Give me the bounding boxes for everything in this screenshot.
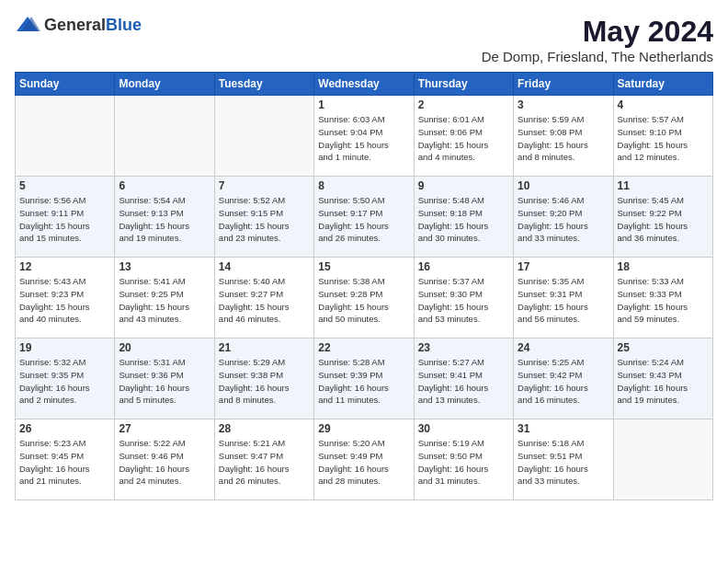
day-number: 19: [19, 341, 110, 354]
day-number: 30: [418, 422, 509, 435]
day-number: 17: [518, 260, 609, 273]
day-number: 18: [618, 260, 709, 273]
calendar-cell: 26Sunrise: 5:23 AMSunset: 9:45 PMDayligh…: [16, 419, 115, 500]
day-info: Sunrise: 5:25 AMSunset: 9:42 PMDaylight:…: [518, 356, 609, 407]
calendar-cell: 28Sunrise: 5:21 AMSunset: 9:47 PMDayligh…: [214, 419, 313, 500]
calendar-cell: 12Sunrise: 5:43 AMSunset: 9:23 PMDayligh…: [16, 258, 115, 339]
day-info: Sunrise: 6:01 AMSunset: 9:06 PMDaylight:…: [418, 113, 509, 164]
calendar-table: SundayMondayTuesdayWednesdayThursdayFrid…: [15, 72, 713, 500]
title-section: May 2024 De Domp, Friesland, The Netherl…: [482, 15, 713, 64]
day-info: Sunrise: 6:03 AMSunset: 9:04 PMDaylight:…: [318, 113, 409, 164]
calendar-cell: 24Sunrise: 5:25 AMSunset: 9:42 PMDayligh…: [514, 339, 613, 419]
day-info: Sunrise: 5:57 AMSunset: 9:10 PMDaylight:…: [618, 113, 709, 164]
day-number: 2: [418, 98, 509, 111]
day-info: Sunrise: 5:22 AMSunset: 9:46 PMDaylight:…: [119, 437, 210, 488]
week-row-5: 26Sunrise: 5:23 AMSunset: 9:45 PMDayligh…: [16, 419, 713, 500]
day-info: Sunrise: 5:38 AMSunset: 9:28 PMDaylight:…: [318, 275, 409, 326]
day-header-friday: Friday: [514, 73, 613, 96]
day-number: 22: [318, 341, 409, 354]
day-info: Sunrise: 5:32 AMSunset: 9:35 PMDaylight:…: [19, 356, 110, 407]
day-number: 21: [219, 341, 310, 354]
day-header-thursday: Thursday: [414, 73, 513, 96]
week-row-3: 12Sunrise: 5:43 AMSunset: 9:23 PMDayligh…: [16, 258, 713, 339]
calendar-cell: 8Sunrise: 5:50 AMSunset: 9:17 PMDaylight…: [314, 177, 414, 258]
header: GeneralBlue May 2024 De Domp, Friesland,…: [15, 15, 713, 64]
day-header-sunday: Sunday: [16, 73, 115, 96]
day-info: Sunrise: 5:59 AMSunset: 9:08 PMDaylight:…: [518, 113, 609, 164]
calendar-cell: 19Sunrise: 5:32 AMSunset: 9:35 PMDayligh…: [16, 339, 115, 419]
day-header-wednesday: Wednesday: [314, 73, 414, 96]
day-number: 20: [119, 341, 210, 354]
day-info: Sunrise: 5:21 AMSunset: 9:47 PMDaylight:…: [219, 437, 310, 488]
location-title: De Domp, Friesland, The Netherlands: [482, 49, 713, 64]
calendar-cell: 11Sunrise: 5:45 AMSunset: 9:22 PMDayligh…: [613, 177, 712, 258]
calendar-cell: 7Sunrise: 5:52 AMSunset: 9:15 PMDaylight…: [214, 177, 313, 258]
day-info: Sunrise: 5:46 AMSunset: 9:20 PMDaylight:…: [518, 194, 609, 245]
calendar-cell: 20Sunrise: 5:31 AMSunset: 9:36 PMDayligh…: [115, 339, 214, 419]
calendar-cell: 3Sunrise: 5:59 AMSunset: 9:08 PMDaylight…: [514, 96, 613, 177]
day-info: Sunrise: 5:37 AMSunset: 9:30 PMDaylight:…: [418, 275, 509, 326]
week-row-4: 19Sunrise: 5:32 AMSunset: 9:35 PMDayligh…: [16, 339, 713, 419]
day-number: 6: [119, 179, 210, 192]
day-info: Sunrise: 5:19 AMSunset: 9:50 PMDaylight:…: [418, 437, 509, 488]
day-number: 5: [19, 179, 110, 192]
day-number: 10: [518, 179, 609, 192]
day-number: 31: [518, 422, 609, 435]
day-number: 25: [618, 341, 709, 354]
day-info: Sunrise: 5:31 AMSunset: 9:36 PMDaylight:…: [119, 356, 210, 407]
calendar-cell: 18Sunrise: 5:33 AMSunset: 9:33 PMDayligh…: [613, 258, 712, 339]
day-info: Sunrise: 5:28 AMSunset: 9:39 PMDaylight:…: [318, 356, 409, 407]
day-info: Sunrise: 5:48 AMSunset: 9:18 PMDaylight:…: [418, 194, 509, 245]
day-info: Sunrise: 5:24 AMSunset: 9:43 PMDaylight:…: [618, 356, 709, 407]
calendar-cell: 14Sunrise: 5:40 AMSunset: 9:27 PMDayligh…: [214, 258, 313, 339]
day-number: 14: [219, 260, 310, 273]
day-info: Sunrise: 5:54 AMSunset: 9:13 PMDaylight:…: [119, 194, 210, 245]
week-row-1: 1Sunrise: 6:03 AMSunset: 9:04 PMDaylight…: [16, 96, 713, 177]
calendar-cell: 2Sunrise: 6:01 AMSunset: 9:06 PMDaylight…: [414, 96, 513, 177]
day-info: Sunrise: 5:45 AMSunset: 9:22 PMDaylight:…: [618, 194, 709, 245]
day-number: 13: [119, 260, 210, 273]
logo-general: General: [44, 16, 106, 34]
day-number: 9: [418, 179, 509, 192]
day-info: Sunrise: 5:35 AMSunset: 9:31 PMDaylight:…: [518, 275, 609, 326]
day-header-saturday: Saturday: [613, 73, 712, 96]
day-number: 15: [318, 260, 409, 273]
calendar-cell: 27Sunrise: 5:22 AMSunset: 9:46 PMDayligh…: [115, 419, 214, 500]
calendar-cell: 5Sunrise: 5:56 AMSunset: 9:11 PMDaylight…: [16, 177, 115, 258]
day-header-row: SundayMondayTuesdayWednesdayThursdayFrid…: [16, 73, 713, 96]
day-info: Sunrise: 5:18 AMSunset: 9:51 PMDaylight:…: [518, 437, 609, 488]
month-title: May 2024: [482, 15, 713, 49]
day-number: 7: [219, 179, 310, 192]
logo: GeneralBlue: [15, 15, 142, 35]
day-number: 12: [19, 260, 110, 273]
day-info: Sunrise: 5:20 AMSunset: 9:49 PMDaylight:…: [318, 437, 409, 488]
day-number: 11: [618, 179, 709, 192]
calendar-cell: 21Sunrise: 5:29 AMSunset: 9:38 PMDayligh…: [214, 339, 313, 419]
calendar-cell: 15Sunrise: 5:38 AMSunset: 9:28 PMDayligh…: [314, 258, 414, 339]
calendar-cell: 22Sunrise: 5:28 AMSunset: 9:39 PMDayligh…: [314, 339, 414, 419]
day-number: 1: [318, 98, 409, 111]
calendar-cell: 13Sunrise: 5:41 AMSunset: 9:25 PMDayligh…: [115, 258, 214, 339]
calendar-cell: 17Sunrise: 5:35 AMSunset: 9:31 PMDayligh…: [514, 258, 613, 339]
day-info: Sunrise: 5:40 AMSunset: 9:27 PMDaylight:…: [219, 275, 310, 326]
day-number: 16: [418, 260, 509, 273]
day-number: 3: [518, 98, 609, 111]
day-info: Sunrise: 5:27 AMSunset: 9:41 PMDaylight:…: [418, 356, 509, 407]
day-info: Sunrise: 5:23 AMSunset: 9:45 PMDaylight:…: [19, 437, 110, 488]
day-number: 27: [119, 422, 210, 435]
calendar-cell: 10Sunrise: 5:46 AMSunset: 9:20 PMDayligh…: [514, 177, 613, 258]
calendar-cell: 9Sunrise: 5:48 AMSunset: 9:18 PMDaylight…: [414, 177, 513, 258]
day-number: 26: [19, 422, 110, 435]
day-number: 4: [618, 98, 709, 111]
day-number: 24: [518, 341, 609, 354]
day-info: Sunrise: 5:43 AMSunset: 9:23 PMDaylight:…: [19, 275, 110, 326]
day-info: Sunrise: 5:52 AMSunset: 9:15 PMDaylight:…: [219, 194, 310, 245]
day-info: Sunrise: 5:41 AMSunset: 9:25 PMDaylight:…: [119, 275, 210, 326]
calendar-cell: 4Sunrise: 5:57 AMSunset: 9:10 PMDaylight…: [613, 96, 712, 177]
calendar-cell: 29Sunrise: 5:20 AMSunset: 9:49 PMDayligh…: [314, 419, 414, 500]
calendar-cell: 30Sunrise: 5:19 AMSunset: 9:50 PMDayligh…: [414, 419, 513, 500]
logo-blue: Blue: [106, 16, 142, 34]
day-number: 29: [318, 422, 409, 435]
calendar-cell: 16Sunrise: 5:37 AMSunset: 9:30 PMDayligh…: [414, 258, 513, 339]
calendar-cell: 23Sunrise: 5:27 AMSunset: 9:41 PMDayligh…: [414, 339, 513, 419]
